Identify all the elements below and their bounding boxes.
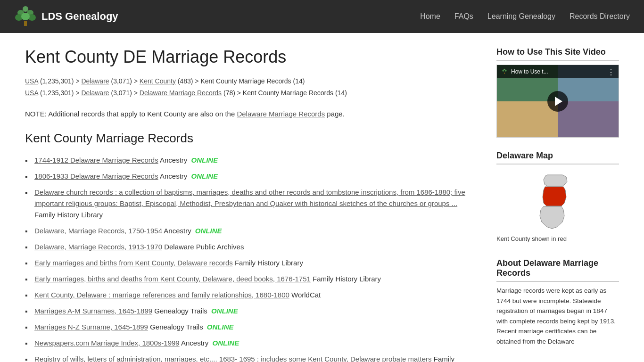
online-badge-0: ONLINE [189, 156, 218, 164]
breadcrumb-delaware-1[interactable]: Delaware [81, 77, 109, 85]
record-item-2: Delaware church records : a collection o… [25, 184, 478, 223]
nav-learning[interactable]: Learning Genealogy [487, 12, 555, 21]
nav-links: Home FAQs Learning Genealogy Records Dir… [420, 12, 630, 21]
logo-link[interactable]: LDS Genealogy [14, 5, 118, 28]
record-link-7[interactable]: Kent County, Delaware : marriage referen… [34, 291, 289, 299]
record-source-2: Family History Library [34, 211, 103, 219]
nav-faqs[interactable]: FAQs [454, 12, 473, 21]
video-options-icon[interactable]: ⋮ [607, 68, 615, 77]
about-section: About Delaware Marriage Records Marriage… [496, 258, 619, 347]
nav-records[interactable]: Records Directory [570, 12, 630, 21]
record-link-9[interactable]: Marriages N-Z Surname, 1645-1899 [34, 323, 148, 331]
record-item-10: Newspapers.com Marriage Index, 1800s-199… [25, 335, 478, 351]
record-item-0: 1744-1912 Delaware Marriage Records Ance… [25, 152, 478, 168]
video-logo-icon [501, 68, 508, 75]
record-source-10: Ancestry [180, 339, 209, 347]
logo-text: LDS Genealogy [41, 10, 118, 23]
navbar: LDS Genealogy Home FAQs Learning Genealo… [0, 0, 644, 33]
record-item-4: Delaware, Marriage Records, 1913-1970 De… [25, 239, 478, 255]
record-source-7: WorldCat [289, 291, 321, 299]
svg-point-9 [505, 70, 507, 71]
svg-point-5 [21, 13, 30, 20]
records-list: 1744-1912 Delaware Marriage Records Ance… [25, 152, 478, 362]
video-title-overlay: How to Use t... ⋮ [497, 65, 619, 78]
map-section: Delaware Map Kent County shown in red [496, 151, 619, 245]
page-wrapper: Kent County DE Marriage Records USA (1,2… [16, 33, 628, 362]
record-item-8: Marriages A-M Surnames, 1645-1899 Geneal… [25, 303, 478, 319]
video-play-button[interactable] [547, 91, 568, 112]
record-link-4[interactable]: Delaware, Marriage Records, 1913-1970 [34, 243, 162, 251]
online-badge-8: ONLINE [209, 307, 238, 315]
main-content: Kent County DE Marriage Records USA (1,2… [25, 47, 478, 362]
delaware-map [529, 171, 586, 232]
record-source-1: Ancestry [158, 172, 188, 180]
record-item-6: Early marriages, births and deaths from … [25, 271, 478, 287]
record-item-3: Delaware, Marriage Records, 1750-1954 An… [25, 223, 478, 239]
map-section-title: Delaware Map [496, 151, 619, 165]
map-caption: Kent County shown in red [496, 235, 619, 242]
online-badge-9: ONLINE [205, 323, 234, 331]
about-section-title: About Delaware Marriage Records [496, 258, 619, 282]
logo-tree-icon [14, 5, 37, 28]
record-link-3[interactable]: Delaware, Marriage Records, 1750-1954 [34, 227, 162, 235]
record-source-8: Genealogy Trails [152, 307, 207, 315]
breadcrumb-usa-2[interactable]: USA [25, 89, 38, 97]
video-cell-4 [558, 101, 619, 138]
record-link-2[interactable]: Delaware church records : a collection o… [34, 188, 465, 207]
video-section: How to Use This Site Video How to Use [496, 47, 619, 138]
record-link-0[interactable]: 1744-1912 Delaware Marriage Records [34, 156, 158, 164]
video-overlay-label: How to Use t... [511, 68, 548, 75]
record-item-5: Early marriages and births from Kent Cou… [25, 255, 478, 271]
online-badge-10: ONLINE [210, 339, 239, 347]
record-source-3: Ancestry [162, 227, 191, 235]
breadcrumb-delaware-2[interactable]: Delaware [81, 89, 109, 97]
note-text: NOTE: Additional records that apply to K… [25, 108, 478, 120]
record-link-11[interactable]: Registry of wills, letters of administra… [34, 355, 432, 362]
breadcrumb-kent-1[interactable]: Kent County [140, 77, 176, 85]
record-link-8[interactable]: Marriages A-M Surnames, 1645-1899 [34, 307, 152, 315]
online-badge-3: ONLINE [193, 227, 222, 235]
record-item-11: Registry of wills, letters of administra… [25, 351, 478, 362]
video-thumbnail[interactable]: How to Use t... ⋮ [496, 65, 619, 138]
note-link[interactable]: Delaware Marriage Records [237, 110, 325, 118]
nav-home[interactable]: Home [420, 12, 440, 21]
record-source-9: Genealogy Trails [148, 323, 203, 331]
record-link-5[interactable]: Early marriages and births from Kent Cou… [34, 259, 233, 267]
about-text: Marriage records were kept as early as 1… [496, 286, 619, 347]
map-container: Kent County shown in red [496, 168, 619, 245]
record-link-10[interactable]: Newspapers.com Marriage Index, 1800s-199… [34, 339, 180, 347]
breadcrumb-usa-1[interactable]: USA [25, 77, 38, 85]
records-section-title: Kent County Marriage Records [25, 131, 478, 146]
record-link-6[interactable]: Early marriages, births and deaths from … [34, 275, 311, 283]
svg-rect-6 [24, 21, 27, 26]
record-source-0: Ancestry [158, 156, 188, 164]
map-svg-wrapper [496, 171, 619, 232]
record-item-1: 1806-1933 Delaware Marriage Records Ance… [25, 168, 478, 184]
svg-point-0 [23, 6, 28, 12]
breadcrumb-de-marriage[interactable]: Delaware Marriage Records [140, 89, 222, 97]
breadcrumb-line-1: USA (1,235,301) > Delaware (3,071) > Ken… [25, 75, 478, 87]
record-link-1[interactable]: 1806-1933 Delaware Marriage Records [34, 172, 158, 180]
record-source-5: Family History Library [233, 259, 303, 267]
video-section-title: How to Use This Site Video [496, 47, 619, 61]
record-source-4: Delaware Public Archives [162, 243, 244, 251]
sidebar: How to Use This Site Video How to Use [496, 47, 619, 362]
svg-point-8 [502, 70, 504, 71]
online-badge-1: ONLINE [189, 172, 218, 180]
svg-rect-10 [504, 73, 505, 74]
record-source-6: Family History Library [311, 275, 381, 283]
svg-point-7 [504, 69, 505, 70]
record-item-9: Marriages N-Z Surname, 1645-1899 Genealo… [25, 319, 478, 335]
page-title: Kent County DE Marriage Records [25, 47, 478, 67]
record-item-7: Kent County, Delaware : marriage referen… [25, 287, 478, 303]
breadcrumbs: USA (1,235,301) > Delaware (3,071) > Ken… [25, 75, 478, 99]
breadcrumb-line-2: USA (1,235,301) > Delaware (3,071) > Del… [25, 87, 478, 99]
